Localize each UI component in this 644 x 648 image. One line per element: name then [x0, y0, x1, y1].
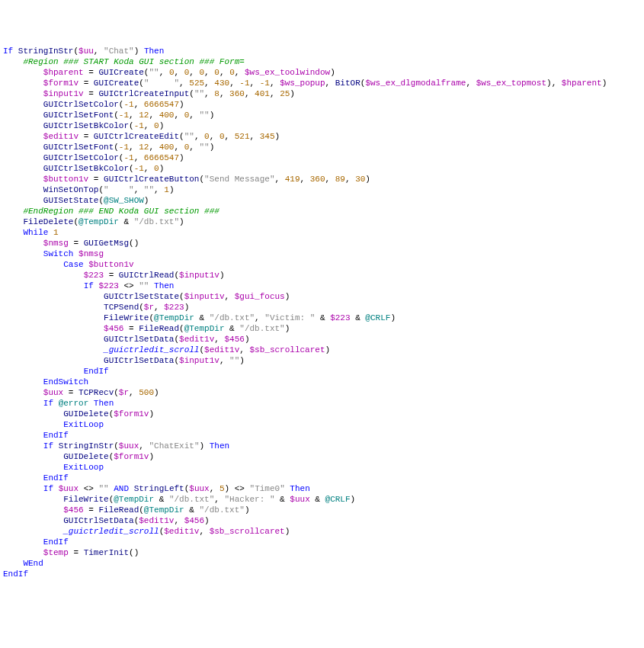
code-token: 6666547 [144, 100, 179, 109]
code-token: $223 [330, 313, 350, 322]
code-token: If [3, 47, 13, 56]
code-token: $form1v [43, 79, 78, 88]
code-token: 0 [169, 68, 175, 77]
code-token: $edit1v [43, 132, 78, 141]
code-token: "Chat" [104, 47, 134, 56]
code-token: @TempDir [114, 495, 154, 504]
code-token: $ws_ex_dlgmodalframe [365, 79, 466, 88]
code-token: 525 [189, 79, 204, 88]
code-token: $456 [184, 516, 204, 525]
code-token: GUICtrlSetColor [43, 153, 119, 162]
code-token: TimerInit [84, 548, 129, 557]
code-token: _guictrledit_scroll [104, 345, 199, 354]
code-token: 500 [139, 388, 154, 397]
code-token: TCPSend [104, 303, 139, 312]
code-token: @SW_SHOW [104, 196, 144, 205]
code-token: 360 [310, 175, 325, 184]
code-token: GUICtrlSetBkColor [43, 164, 129, 173]
code-token: StringInStr [59, 441, 114, 451]
code-token: If [43, 399, 53, 408]
code-token: GUISetState [43, 196, 99, 205]
code-token: 345 [260, 132, 275, 141]
code-token: "" [139, 281, 149, 290]
code-token: GUICtrlRead [119, 271, 175, 280]
code-token: -1 [119, 111, 129, 120]
code-token: $button1v [88, 260, 133, 269]
code-token: #Region ### START Koda GUI section ### F… [23, 57, 244, 66]
code-token: EndIf [3, 569, 28, 579]
code-token: "" [199, 111, 209, 120]
code-token: Then [154, 281, 174, 290]
code-token: WinSetOnTop [43, 185, 99, 194]
code-token: $456 [224, 335, 244, 344]
code-token: BitOR [335, 79, 360, 88]
code-token: $uux [43, 388, 63, 397]
code-token: FileWrite [104, 313, 149, 322]
code-token: @TempDir [144, 505, 184, 515]
code-token: $form1v [114, 452, 149, 461]
code-token: Then [94, 399, 114, 408]
code-token: "" [98, 484, 108, 493]
code-token: 8 [214, 89, 219, 98]
code-token: #EndRegion ### END Koda GUI section ### [23, 207, 219, 216]
code-token: "" [229, 356, 239, 365]
code-token: WEnd [23, 559, 43, 568]
code-token: "/db.txt" [210, 313, 255, 322]
code-token: $hparent [562, 79, 602, 88]
code-token: $edit1v [164, 527, 199, 536]
code-token: 6666547 [144, 153, 179, 162]
code-token: GUICtrlSetState [104, 292, 179, 301]
code-token: GUICreate [94, 79, 139, 88]
code-token: ExitLoop [63, 463, 104, 472]
code-token: "ChatExit" [149, 441, 199, 451]
code-token: Then [290, 484, 309, 493]
code-token: 1 [53, 228, 59, 237]
code-token: "/db.txt" [169, 495, 214, 504]
code-token: If [84, 281, 94, 290]
code-token: "/db.txt" [199, 505, 244, 515]
code-token: @CRLF [325, 495, 351, 504]
code-token: $sb_scrollcaret [210, 527, 285, 536]
code-token: @TempDir [184, 324, 225, 333]
code-token: Switch [43, 249, 74, 258]
code-token: FileRead [139, 324, 179, 333]
code-token: EndSwitch [43, 377, 88, 387]
code-token: EndIf [84, 367, 109, 376]
code-token: EndIf [43, 431, 69, 440]
code-token: 25 [280, 89, 290, 98]
code-token: 0 [200, 68, 205, 77]
code-token: GUIGetMsg [84, 239, 129, 248]
code-token: 30 [355, 175, 365, 184]
code-token: $gui_focus [235, 292, 285, 301]
code-token: 12 [139, 111, 149, 120]
code-token: "" [144, 185, 154, 194]
code-token: GUIDelete [63, 409, 108, 419]
code-token: 400 [159, 143, 175, 152]
code-token: $uux [59, 484, 78, 493]
code-token: "/db.txt" [239, 324, 284, 333]
code-token: TCPRecv [78, 388, 114, 397]
code-token: FileRead [98, 505, 139, 515]
code-token: 521 [235, 132, 250, 141]
code-token: "" [199, 143, 209, 152]
code-token: 0 [219, 132, 225, 141]
code-token: $r [119, 388, 129, 397]
code-token: $nmsg [43, 239, 69, 248]
code-token: 1 [164, 185, 169, 194]
code-token: "Time0" [250, 484, 285, 493]
code-block: If StringInStr($uu, "Chat") Then #Region… [3, 46, 641, 579]
code-token: 400 [159, 111, 175, 120]
code-token: "" [184, 132, 194, 141]
code-token: 89 [335, 175, 345, 184]
code-token: GUICtrlSetBkColor [43, 121, 129, 130]
code-token: 0 [214, 68, 219, 77]
code-token: $uu [78, 47, 94, 56]
code-token: $hparent [43, 68, 84, 77]
code-token: 360 [229, 89, 245, 98]
code-token: GUICtrlCreateInput [98, 89, 189, 98]
code-token: 430 [214, 79, 229, 88]
code-token: -1 [260, 79, 270, 88]
code-token: $223 [98, 281, 118, 290]
code-token: 419 [285, 175, 300, 184]
code-token: StringLeft [134, 484, 184, 493]
